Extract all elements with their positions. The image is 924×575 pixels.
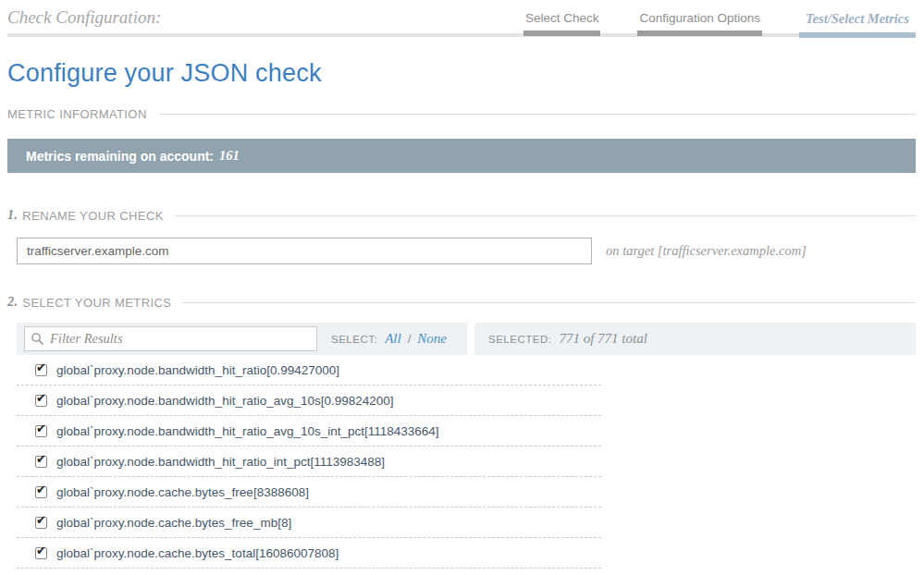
section-rename-check: 1. RENAME YOUR CHECK <box>7 208 916 223</box>
section-rule <box>158 114 916 115</box>
check-name-input[interactable] <box>17 238 592 264</box>
metric-row: ✔ global`proxy.node.cache.bytes_total_mb… <box>17 569 601 575</box>
section-number: 1. <box>7 208 18 223</box>
checkmark-icon: ✔ <box>36 483 46 495</box>
select-separator: / <box>408 332 412 346</box>
section-metric-information: METRIC INFORMATION <box>7 107 916 121</box>
tab-underline <box>637 31 762 36</box>
tab-underline <box>524 31 601 36</box>
filter-box <box>24 326 317 351</box>
metric-name: global`proxy.node.bandwidth_hit_ratio[0.… <box>56 363 339 377</box>
checkmark-icon: ✔ <box>36 453 46 465</box>
select-none-link[interactable]: None <box>417 331 447 347</box>
selected-label: SELECTED: <box>488 334 551 345</box>
metric-checkbox[interactable]: ✔ <box>35 547 47 559</box>
metric-checkbox[interactable]: ✔ <box>35 425 47 437</box>
section-label: RENAME YOUR CHECK <box>22 209 163 223</box>
checkmark-icon: ✔ <box>36 361 46 373</box>
section-select-metrics: 2. SELECT YOUR METRICS <box>7 295 916 310</box>
selected-count-bar: SELECTED: 771 of 771 total <box>474 323 916 355</box>
select-all-link[interactable]: All <box>385 331 401 347</box>
section-rule <box>175 215 916 216</box>
metric-row: ✔ global`proxy.node.bandwidth_hit_ratio_… <box>17 385 601 416</box>
metrics-toolbar: SELECT: All / None SELECTED: 771 of 771 … <box>7 323 916 355</box>
metric-checkbox[interactable]: ✔ <box>35 395 47 407</box>
selected-count: 771 of 771 total <box>559 331 647 347</box>
metric-name: global`proxy.node.cache.bytes_free[83886… <box>56 485 309 499</box>
section-label: METRIC INFORMATION <box>7 107 147 121</box>
filter-input[interactable] <box>50 331 311 347</box>
metrics-remaining-bar: Metrics remaining on account: 161 <box>7 139 916 173</box>
section-number: 2. <box>7 295 18 310</box>
top-header: Check Configuration: Select Check Config… <box>7 0 916 37</box>
metric-row: ✔ global`proxy.node.bandwidth_hit_ratio_… <box>17 416 601 447</box>
checkmark-icon: ✔ <box>36 422 46 434</box>
metric-list: ✔ global`proxy.node.bandwidth_hit_ratio[… <box>17 355 601 575</box>
metric-checkbox[interactable]: ✔ <box>35 517 47 529</box>
metric-checkbox[interactable]: ✔ <box>35 456 47 468</box>
tab-label: Test/Select Metrics <box>799 11 916 32</box>
metrics-remaining-label: Metrics remaining on account: <box>26 149 214 164</box>
metric-row: ✔ global`proxy.node.bandwidth_hit_ratio_… <box>17 447 601 477</box>
metric-name: global`proxy.node.bandwidth_hit_ratio_av… <box>56 424 439 438</box>
metric-row: ✔ global`proxy.node.cache.bytes_free[838… <box>17 477 601 508</box>
metric-row: ✔ global`proxy.node.cache.bytes_free_mb[… <box>17 508 601 538</box>
section-label: SELECT YOUR METRICS <box>22 296 171 310</box>
metric-row: ✔ global`proxy.node.cache.bytes_total[16… <box>17 538 601 569</box>
tab-label: Configuration Options <box>637 11 762 31</box>
page-title: Check Configuration: <box>7 7 161 33</box>
tab-configuration-options[interactable]: Configuration Options <box>637 11 762 33</box>
metric-name: global`proxy.node.bandwidth_hit_ratio_in… <box>56 455 385 469</box>
metric-row: ✔ global`proxy.node.bandwidth_hit_ratio[… <box>17 355 601 385</box>
tab-test-select-metrics[interactable]: Test/Select Metrics <box>799 11 916 33</box>
tab-label: Select Check <box>524 11 601 31</box>
check-configuration-page: Check Configuration: Select Check Config… <box>0 0 924 575</box>
select-label: SELECT: <box>331 334 377 345</box>
metric-checkbox[interactable]: ✔ <box>35 364 47 376</box>
page-heading: Configure your JSON check <box>7 59 916 88</box>
checkmark-icon: ✔ <box>36 514 46 526</box>
metric-checkbox[interactable]: ✔ <box>35 486 47 498</box>
metrics-remaining-value: 161 <box>219 148 240 164</box>
checkmark-icon: ✔ <box>36 392 46 404</box>
search-icon <box>31 332 44 346</box>
tab-underline <box>799 32 916 38</box>
checkmark-icon: ✔ <box>36 544 46 557</box>
metric-name: global`proxy.node.bandwidth_hit_ratio_av… <box>56 394 394 408</box>
filter-select-bar: SELECT: All / None <box>17 323 467 355</box>
tab-select-check[interactable]: Select Check <box>524 11 601 33</box>
wizard-tabs: Select Check Configuration Options Test/… <box>524 11 916 33</box>
rename-row: on target [trafficserver.example.com] <box>7 238 916 264</box>
section-rule <box>182 302 916 303</box>
target-note: on target [trafficserver.example.com] <box>606 243 807 259</box>
metric-name: global`proxy.node.cache.bytes_total[1608… <box>56 546 339 560</box>
metric-name: global`proxy.node.cache.bytes_free_mb[8] <box>56 516 291 530</box>
